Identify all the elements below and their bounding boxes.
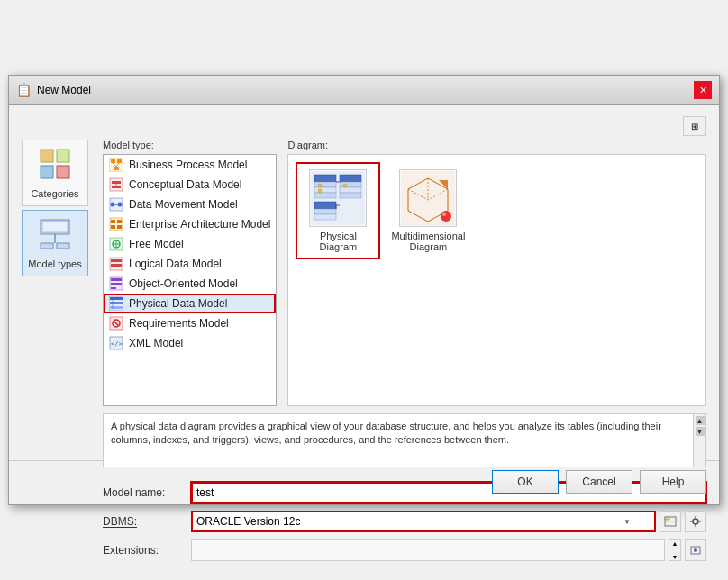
model-type-item-xml[interactable]: </> XML Model (104, 333, 276, 353)
model-type-item-req[interactable]: Requirements Model (104, 313, 276, 333)
close-button[interactable]: ✕ (694, 81, 712, 99)
dialog-body: ⊞ Categories (9, 105, 719, 457)
dmm-label: Data Movement Model (129, 198, 238, 211)
svg-rect-8 (57, 243, 69, 249)
svg-point-84 (694, 548, 697, 552)
svg-rect-42 (110, 306, 123, 309)
diagram-label: Diagram: (287, 140, 706, 150)
cdm-label: Conceptual Data Model (129, 178, 241, 191)
svg-rect-54 (340, 175, 361, 182)
svg-point-73 (441, 211, 451, 222)
extensions-browse-button[interactable] (685, 539, 706, 561)
free-icon (109, 237, 123, 251)
cancel-button[interactable]: Cancel (566, 470, 632, 494)
oom-icon (109, 276, 123, 291)
svg-rect-5 (42, 222, 68, 232)
categories-icon (39, 148, 71, 185)
xml-icon: </> (109, 336, 123, 350)
dbms-select[interactable]: ORACLE Version 12c SQL Server 2019 MySQL… (191, 511, 656, 532)
left-sidebar: Categories Model types (22, 140, 94, 446)
svg-rect-2 (41, 166, 53, 178)
diagram-item-physical[interactable]: Physical Diagram (297, 164, 378, 258)
model-types-icon (39, 218, 71, 255)
extensions-scrollbar[interactable]: ▲ ▼ (669, 539, 681, 561)
dialog-icon: 📋 (16, 83, 32, 97)
model-type-item-cdm[interactable]: Conceptual Data Model (104, 175, 276, 195)
title-bar: 📋 New Model ✕ (9, 76, 719, 105)
svg-rect-60 (314, 214, 336, 220)
model-type-item-pdm[interactable]: Physical Data Model (104, 294, 276, 313)
description-text: A physical data diagram provides a graph… (111, 421, 661, 445)
svg-point-21 (118, 203, 123, 207)
svg-rect-7 (41, 243, 53, 249)
xml-label: XML Model (129, 337, 183, 349)
sidebar-categories-button[interactable]: Categories (22, 140, 88, 206)
svg-point-20 (111, 203, 115, 207)
svg-rect-10 (111, 159, 115, 163)
svg-point-78 (693, 519, 698, 524)
dbms-settings-button[interactable] (685, 511, 706, 532)
bpm-label: Business Process Model (129, 159, 247, 171)
view-toggle-button[interactable]: ⊞ (683, 116, 706, 136)
dialog-title: New Model (37, 84, 91, 96)
ok-button[interactable]: OK (492, 470, 559, 494)
top-toolbar: ⊞ (22, 116, 706, 136)
model-type-item-free[interactable]: Free Model (104, 234, 276, 254)
svg-rect-76 (665, 517, 669, 520)
svg-rect-52 (314, 187, 336, 193)
diagram-item-multi[interactable]: Multidimensional Diagram (387, 164, 469, 258)
model-type-item-eam[interactable]: Enterprise Architecture Model (104, 214, 276, 234)
svg-rect-55 (340, 182, 361, 187)
svg-rect-12 (114, 167, 119, 170)
categories-label: Categories (31, 188, 78, 199)
model-types-label: Model types (28, 258, 81, 269)
dmm-icon (109, 197, 123, 212)
svg-text:</>: </> (111, 340, 123, 348)
help-button[interactable]: Help (640, 470, 706, 494)
form-section: Model name: DBMS: ORACLE Version 12c SQL… (103, 482, 706, 561)
dbms-row: DBMS: ORACLE Version 12c SQL Server 2019… (103, 511, 706, 532)
extensions-controls: ▲ ▼ (191, 539, 706, 561)
svg-rect-26 (111, 225, 115, 229)
model-type-list[interactable]: Business Process Model (103, 154, 277, 406)
model-type-item-oom[interactable]: Object-Oriented Model (104, 274, 276, 294)
diagram-items-container: Physical Diagram (287, 154, 706, 406)
title-bar-left: 📋 New Model (16, 83, 91, 97)
model-type-panel: Model type: (103, 140, 277, 406)
svg-rect-27 (117, 225, 122, 229)
new-model-dialog: 📋 New Model ✕ ⊞ (8, 75, 720, 505)
model-type-section: Model type: (103, 140, 706, 406)
dbms-select-wrapper: ORACLE Version 12c SQL Server 2019 MySQL… (191, 511, 656, 532)
extensions-input[interactable] (191, 539, 665, 561)
svg-rect-51 (314, 182, 336, 187)
description-scrollbar[interactable]: ▲ ▼ (693, 414, 705, 467)
svg-rect-56 (340, 187, 361, 193)
sidebar-model-types-button[interactable]: Model types (22, 210, 88, 276)
svg-rect-41 (110, 302, 123, 304)
svg-rect-53 (314, 193, 336, 198)
svg-rect-24 (111, 220, 115, 223)
model-name-label: Model name: (103, 486, 184, 499)
dbms-controls: ORACLE Version 12c SQL Server 2019 MySQL… (191, 511, 706, 532)
svg-rect-25 (117, 220, 122, 223)
model-type-item-ldm[interactable]: Logical Data Model (104, 254, 276, 274)
svg-rect-3 (57, 166, 69, 178)
svg-point-66 (343, 184, 347, 187)
dbms-browse-button[interactable] (660, 511, 681, 532)
svg-rect-40 (110, 297, 123, 300)
pdm-label: Physical Data Model (129, 297, 227, 310)
diagram-panel: Diagram: (287, 140, 706, 406)
req-label: Requirements Model (129, 317, 229, 330)
pdm-icon (109, 296, 123, 311)
svg-rect-58 (314, 202, 336, 209)
svg-rect-59 (314, 209, 336, 214)
ldm-icon (109, 257, 123, 271)
model-type-item-bpm[interactable]: Business Process Model (104, 155, 276, 175)
svg-rect-34 (111, 264, 122, 267)
svg-rect-38 (111, 287, 116, 289)
physical-diagram-icon (309, 169, 367, 227)
req-icon (109, 316, 123, 331)
model-type-item-dmm[interactable]: Data Movement Model (104, 195, 276, 214)
svg-rect-36 (111, 278, 122, 281)
dbms-label: DBMS: (103, 515, 184, 528)
